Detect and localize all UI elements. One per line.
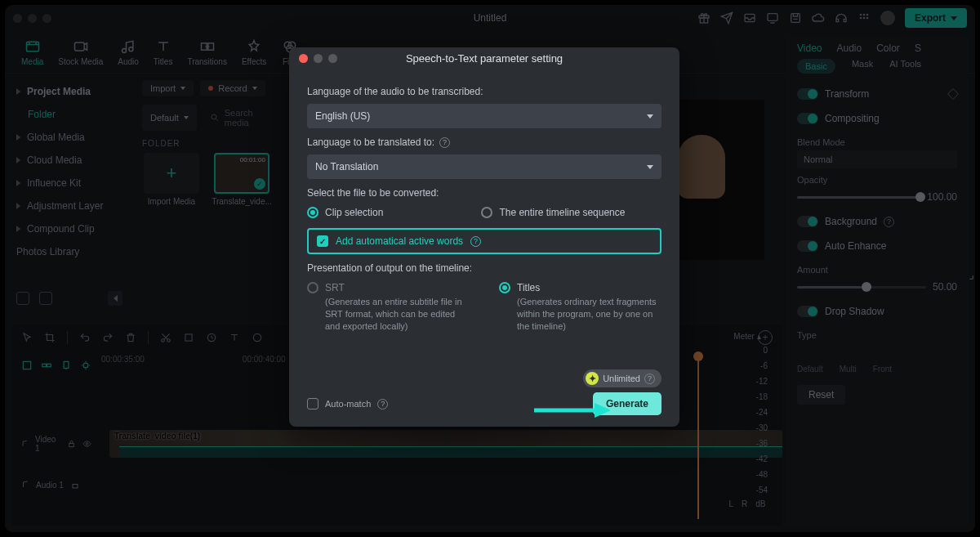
auto-enhance-toggle[interactable] (797, 240, 818, 252)
radio-clip-selection[interactable]: Clip selection (307, 207, 383, 218)
redo-icon[interactable] (102, 332, 114, 343)
user-avatar[interactable] (880, 11, 895, 25)
text-icon[interactable] (229, 332, 240, 343)
close-window-icon[interactable] (13, 14, 22, 23)
inspector-subtab-ai[interactable]: AI Tools (889, 59, 921, 74)
headphones-icon[interactable] (835, 11, 848, 25)
help-icon: ? (644, 374, 655, 384)
import-media-tile[interactable]: + Import Media (142, 153, 201, 206)
sort-dropdown[interactable]: Default (142, 105, 197, 131)
blend-mode-select[interactable]: Normal (797, 150, 957, 168)
eye-icon[interactable] (82, 439, 91, 449)
lock-icon[interactable] (67, 439, 76, 449)
tab-titles[interactable]: Titles (154, 38, 173, 66)
minimize-window-icon[interactable] (28, 14, 37, 23)
inspector-tab-color[interactable]: Color (876, 43, 900, 54)
timeline-marker-icon[interactable] (60, 360, 72, 371)
media-clip-tile[interactable]: 00:01:00 ✓ Translate_vide... (212, 153, 271, 206)
tab-effects[interactable]: Effects (242, 38, 266, 66)
dialog-zoom-icon[interactable] (328, 54, 337, 63)
check-icon: ✓ (254, 178, 265, 190)
help-icon[interactable]: ? (470, 236, 481, 247)
drop-shadow-row[interactable]: Drop Shadow (797, 299, 957, 324)
keyframe-icon[interactable] (947, 88, 959, 100)
chevron-down-icon (951, 16, 957, 20)
unlimited-badge[interactable]: ✦ Unlimited ? (583, 369, 662, 387)
auto-match-checkbox[interactable]: ✓ Auto-match ? (307, 398, 388, 409)
zoom-window-icon[interactable] (42, 14, 51, 23)
cut-icon[interactable] (160, 332, 172, 343)
reset-button[interactable]: Reset (797, 385, 845, 405)
cloud-icon[interactable] (812, 11, 825, 25)
inspector-tab-more[interactable]: S (915, 43, 921, 54)
inbox-icon[interactable] (743, 11, 756, 25)
inspector-tab-audio[interactable]: Audio (836, 43, 862, 54)
delete-icon[interactable] (125, 332, 136, 343)
translate-select[interactable]: No Translation (307, 154, 662, 179)
playhead[interactable] (697, 356, 699, 519)
clip-audio-waveform (119, 446, 782, 458)
tab-stock-media[interactable]: Stock Media (58, 38, 103, 66)
video-clip[interactable]: Translate_video file(1) (109, 430, 782, 458)
inspector-subtab-basic[interactable]: Basic (797, 59, 835, 74)
sidebar-item-compound-clip[interactable]: Compound Clip (5, 217, 134, 240)
auto-active-words-checkbox[interactable]: ✓ Add automatical active words ? (307, 228, 662, 254)
auto-enhance-row[interactable]: Auto Enhance (797, 234, 957, 258)
import-dropdown[interactable]: Import (142, 80, 194, 96)
tab-media[interactable]: Media (21, 38, 43, 66)
pointer-tool-icon[interactable] (21, 332, 33, 343)
send-icon[interactable] (720, 11, 733, 25)
sidebar-item-influence-kit[interactable]: Influence Kit (5, 172, 134, 195)
amount-slider[interactable]: 50.00 (797, 281, 957, 293)
help-icon[interactable]: ? (377, 399, 388, 409)
srt-description: (Generates an entire subtitle file in SR… (307, 296, 470, 333)
grid-icon[interactable] (858, 11, 871, 25)
sidebar-item-folder[interactable]: Folder (5, 103, 134, 126)
collapse-sidebar-icon[interactable] (108, 291, 122, 306)
screen-icon[interactable] (766, 11, 779, 25)
radio-srt[interactable]: SRT (307, 282, 470, 293)
record-dropdown[interactable]: Record (200, 80, 265, 96)
lock-icon[interactable] (70, 480, 80, 490)
sidebar-item-global-media[interactable]: Global Media (5, 126, 134, 149)
crop-icon[interactable] (183, 332, 194, 343)
transform-toggle[interactable] (797, 88, 818, 100)
tab-transitions[interactable]: Transitions (187, 38, 227, 66)
sidebar-item-photos-library[interactable]: Photos Library (5, 240, 134, 263)
search-media-input[interactable]: Search media (203, 105, 286, 131)
dialog-minimize-icon[interactable] (314, 54, 323, 63)
radio-entire-timeline[interactable]: The entire timeline sequence (481, 207, 625, 218)
inspector-tab-video[interactable]: Video (797, 43, 822, 54)
crop-tool-icon[interactable] (44, 332, 56, 343)
tab-audio[interactable]: Audio (118, 38, 139, 66)
sidebar-item-project-media[interactable]: Project Media (5, 80, 134, 103)
svg-point-9 (863, 17, 866, 20)
timeline-bug-icon[interactable] (80, 360, 91, 371)
undo-icon[interactable] (79, 332, 91, 343)
compositing-row[interactable]: Compositing (797, 106, 957, 131)
help-icon[interactable]: ? (439, 137, 450, 148)
radio-titles[interactable]: Titles (499, 282, 662, 293)
folder-icon[interactable] (39, 292, 52, 305)
new-folder-icon[interactable] (16, 292, 29, 305)
export-button[interactable]: Export (905, 8, 967, 28)
drop-shadow-toggle[interactable] (797, 306, 818, 317)
background-toggle[interactable] (797, 216, 818, 227)
timeline-square-icon[interactable] (21, 360, 33, 371)
save-icon[interactable] (789, 11, 802, 25)
language-select[interactable]: English (US) (307, 104, 662, 128)
color-icon[interactable] (252, 332, 263, 343)
opacity-slider[interactable]: 100.00 (797, 191, 957, 203)
timeline-link-icon[interactable] (41, 360, 52, 371)
transform-row[interactable]: Transform (797, 82, 957, 106)
sidebar-item-adjustment-layer[interactable]: Adjustment Layer (5, 195, 134, 217)
sidebar-item-cloud-media[interactable]: Cloud Media (5, 149, 134, 172)
gift-icon[interactable] (697, 11, 710, 25)
help-icon[interactable]: ? (884, 217, 894, 227)
inspector-subtab-mask[interactable]: Mask (852, 59, 873, 74)
inspector-panel: Video Audio Color S Basic Mask AI Tools … (786, 34, 969, 526)
speed-icon[interactable] (206, 332, 217, 343)
background-row[interactable]: Background? (797, 209, 957, 234)
dialog-close-icon[interactable] (299, 54, 308, 63)
compositing-toggle[interactable] (797, 113, 818, 124)
